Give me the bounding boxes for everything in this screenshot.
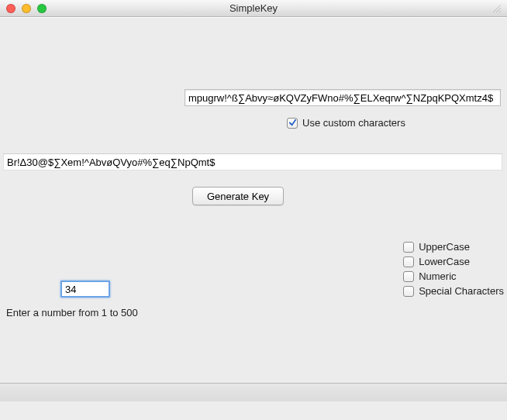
- option-uppercase-row: UpperCase: [403, 241, 504, 253]
- lowercase-checkbox[interactable]: [403, 256, 414, 267]
- footer-groove: [0, 383, 507, 401]
- character-options: UpperCase LowerCase Numeric Special Char…: [403, 241, 504, 297]
- resize-icon: [491, 3, 502, 14]
- use-custom-characters-row: Use custom characters: [287, 117, 405, 129]
- special-characters-checkbox[interactable]: [403, 286, 414, 297]
- length-helper-text: Enter a number from 1 to 500: [6, 307, 138, 318]
- window-title: SimpleKey: [0, 2, 507, 14]
- generate-key-button[interactable]: Generate Key: [192, 187, 284, 205]
- uppercase-label: UpperCase: [419, 241, 470, 253]
- custom-characters-input[interactable]: [185, 89, 501, 106]
- generated-key-output[interactable]: [3, 153, 502, 170]
- titlebar: SimpleKey: [0, 0, 507, 17]
- zoom-icon[interactable]: [37, 4, 47, 13]
- special-characters-label: Special Characters: [419, 285, 504, 297]
- option-lowercase-row: LowerCase: [403, 256, 504, 267]
- use-custom-characters-checkbox[interactable]: [287, 118, 298, 129]
- option-numeric-row: Numeric: [403, 270, 504, 282]
- lowercase-label: LowerCase: [419, 256, 470, 267]
- length-input[interactable]: [60, 281, 110, 298]
- minimize-icon[interactable]: [22, 4, 31, 13]
- window-controls: [0, 4, 47, 13]
- numeric-label: Numeric: [419, 270, 456, 282]
- option-special-row: Special Characters: [403, 285, 504, 297]
- close-icon[interactable]: [6, 4, 16, 13]
- use-custom-characters-label: Use custom characters: [302, 117, 405, 129]
- content-area: Use custom characters Generate Key Upper…: [0, 17, 507, 401]
- uppercase-checkbox[interactable]: [403, 242, 414, 253]
- numeric-checkbox[interactable]: [403, 271, 414, 282]
